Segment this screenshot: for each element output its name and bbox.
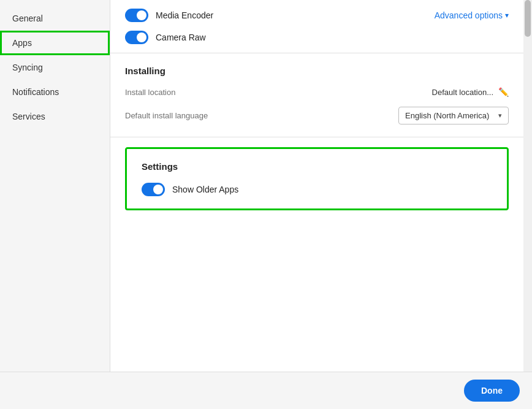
advanced-options-label: Advanced options [435,10,503,20]
advanced-options-button[interactable]: Advanced options ▾ [435,10,509,20]
content-area: Media Encoder Advanced options ▾ Camera … [110,0,532,210]
language-chevron-icon: ▾ [498,112,502,120]
settings-section: Settings Show Older Apps [125,147,509,210]
chevron-down-icon: ▾ [505,11,509,20]
apps-section: Media Encoder Advanced options ▾ Camera … [110,0,523,53]
sidebar-item-notifications[interactable]: Notifications [0,80,110,104]
media-encoder-label: Media Encoder [156,10,213,20]
camera-raw-slider [125,31,148,44]
settings-title: Settings [142,161,492,172]
installing-title: Installing [125,66,509,76]
app-container: General Apps Syncing Notifications Servi… [0,0,532,372]
sidebar-notifications-label: Notifications [12,87,59,97]
sidebar-item-apps[interactable]: Apps [0,31,110,55]
language-select[interactable]: English (North America) ▾ [398,107,509,124]
media-encoder-left: Media Encoder [125,9,213,22]
sidebar: General Apps Syncing Notifications Servi… [0,0,110,372]
sidebar-item-general[interactable]: General [0,6,110,31]
show-older-apps-slider [142,183,165,196]
show-older-apps-left: Show Older Apps [142,183,238,196]
media-encoder-toggle[interactable] [125,9,148,22]
install-location-label: Install location [125,88,175,97]
show-older-apps-toggle[interactable] [142,183,165,196]
sidebar-apps-label: Apps [12,38,32,48]
install-location-row: Install location Default location... ✏️ [125,87,509,97]
sidebar-syncing-label: Syncing [12,63,43,72]
sidebar-item-services[interactable]: Services [0,104,110,129]
camera-raw-label: Camera Raw [156,32,206,42]
scrollbar-track[interactable] [523,0,532,372]
edit-icon[interactable]: ✏️ [498,87,509,97]
bottom-bar: Done [0,372,532,409]
install-location-text: Default location... [432,88,493,97]
main-content: Media Encoder Advanced options ▾ Camera … [110,0,532,372]
camera-raw-row: Camera Raw [125,31,509,44]
media-encoder-row: Media Encoder Advanced options ▾ [125,9,509,22]
sidebar-item-syncing[interactable]: Syncing [0,55,110,80]
camera-raw-left: Camera Raw [125,31,206,44]
camera-raw-toggle[interactable] [125,31,148,44]
scrollbar-thumb[interactable] [525,0,531,37]
install-language-row: Default install language English (North … [125,107,509,124]
done-button[interactable]: Done [464,380,520,402]
installing-section: Installing Install location Default loca… [110,53,523,137]
install-language-label: Default install language [125,111,208,120]
sidebar-services-label: Services [12,112,45,121]
sidebar-general-label: General [12,13,43,23]
show-older-apps-row: Show Older Apps [142,183,492,196]
show-older-apps-label: Show Older Apps [172,185,238,194]
install-location-value: Default location... ✏️ [432,87,509,97]
language-value: English (North America) [405,111,489,120]
media-encoder-slider [125,9,148,22]
